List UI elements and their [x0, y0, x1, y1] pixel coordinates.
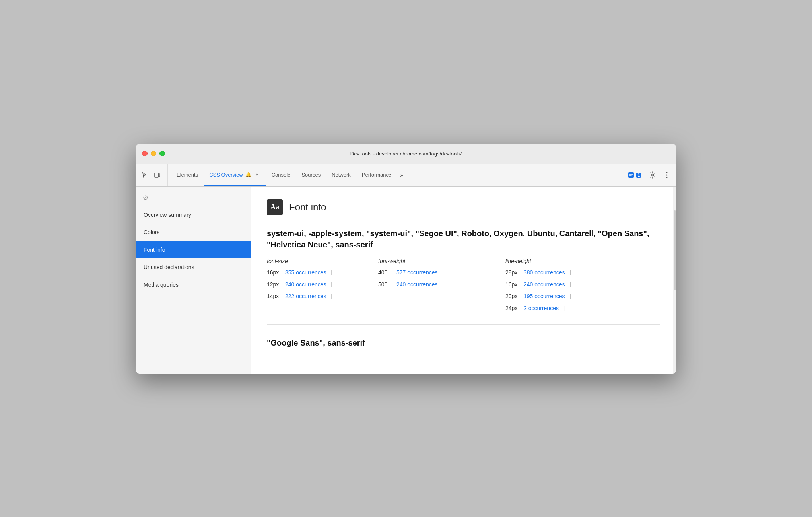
sidebar-icon-row: ⊘	[136, 190, 251, 206]
font-row-3: 14px 222 occurrences | 20px 195 occurren…	[267, 293, 660, 299]
font-size-cell-2: 12px 240 occurrences |	[267, 281, 378, 288]
line-height-bar-2[interactable]: |	[569, 282, 572, 287]
tab-performance[interactable]: Performance	[356, 164, 397, 186]
font-size-occurrences-1[interactable]: 355 occurrences	[285, 269, 326, 276]
warning-icon: 🔔	[245, 171, 252, 178]
settings-button[interactable]	[646, 169, 659, 181]
line-height-bar-4[interactable]: |	[563, 305, 565, 311]
tab-elements[interactable]: Elements	[171, 164, 204, 186]
svg-rect-2	[628, 172, 634, 178]
tab-css-overview[interactable]: CSS Overview 🔔 ✕	[204, 164, 266, 186]
font-size-value-1: 16px	[267, 269, 281, 276]
tab-console[interactable]: Console	[266, 164, 296, 186]
device-icon[interactable]	[152, 169, 163, 181]
font-row-1: 16px 355 occurrences | 400 577 occurrenc…	[267, 269, 660, 276]
sidebar-item-media-queries[interactable]: Media queries	[136, 276, 251, 293]
font-weight-value-2: 500	[378, 281, 392, 288]
svg-point-3	[652, 174, 654, 176]
line-height-value-4: 24px	[505, 305, 520, 311]
font-size-value-2: 12px	[267, 281, 281, 288]
window-title: DevTools - developer.chrome.com/tags/dev…	[350, 151, 462, 157]
font-size-bar-2[interactable]: |	[330, 282, 333, 287]
close-button[interactable]	[142, 151, 148, 156]
line-height-cell-3: 20px 195 occurrences |	[505, 293, 633, 299]
more-options-button[interactable]	[660, 169, 673, 181]
cursor-icon[interactable]	[139, 169, 150, 181]
main-content: ⊘ Overview summary Colors Font info Unus…	[136, 187, 676, 374]
font-weight-occurrences-1[interactable]: 577 occurrences	[396, 269, 438, 276]
font-separator	[267, 324, 660, 325]
font-size-cell-1: 16px 355 occurrences |	[267, 269, 378, 276]
minimize-button[interactable]	[151, 151, 156, 156]
scrollbar-thumb[interactable]	[674, 210, 676, 290]
line-height-cell-4: 24px 2 occurrences |	[505, 305, 633, 311]
col-header-font-size: font-size	[267, 258, 378, 264]
font-weight-occurrences-2[interactable]: 240 occurrences	[396, 281, 438, 288]
content-area: Aa Font info system-ui, -apple-system, "…	[251, 187, 676, 374]
line-height-value-3: 20px	[505, 293, 520, 299]
notifications-button[interactable]: 1	[625, 169, 645, 181]
font-row-2: 12px 240 occurrences | 500 240 occurrenc…	[267, 281, 660, 288]
font-family-system-ui: system-ui, -apple-system, "system-ui", "…	[267, 228, 660, 311]
font-weight-bar-1[interactable]: |	[442, 270, 445, 275]
line-height-bar-1[interactable]: |	[569, 270, 572, 275]
font-weight-value-1: 400	[378, 269, 392, 276]
font-size-bar-1[interactable]: |	[330, 270, 333, 275]
font-weight-cell-1: 400 577 occurrences |	[378, 269, 505, 276]
font-row-4: 24px 2 occurrences |	[267, 305, 660, 311]
font-family-name: system-ui, -apple-system, "system-ui", "…	[267, 228, 660, 250]
section-title: Font info	[289, 202, 326, 213]
scrollbar-track[interactable]	[673, 187, 676, 374]
devtools-window: DevTools - developer.chrome.com/tags/dev…	[136, 144, 676, 374]
svg-point-4	[666, 172, 668, 173]
col-header-font-weight: font-weight	[378, 258, 505, 264]
font-size-cell-3: 14px 222 occurrences |	[267, 293, 378, 299]
font-icon: Aa	[267, 199, 283, 215]
tab-network[interactable]: Network	[326, 164, 356, 186]
tab-close-button[interactable]: ✕	[254, 171, 260, 178]
sidebar: ⊘ Overview summary Colors Font info Unus…	[136, 187, 251, 374]
font-table-header: font-size font-weight line-height	[267, 258, 660, 264]
tab-actions: 1	[625, 164, 673, 186]
notification-badge: 1	[636, 173, 641, 178]
tab-sources[interactable]: Sources	[296, 164, 326, 186]
maximize-button[interactable]	[159, 151, 165, 156]
line-height-occurrences-3[interactable]: 195 occurrences	[524, 293, 565, 299]
more-tabs-button[interactable]: »	[397, 164, 406, 186]
svg-rect-0	[155, 173, 158, 177]
titlebar: DevTools - developer.chrome.com/tags/dev…	[136, 144, 676, 164]
devtools-icons	[139, 164, 168, 186]
sidebar-item-font-info[interactable]: Font info	[136, 241, 251, 258]
tabsbar: Elements CSS Overview 🔔 ✕ Console Source…	[136, 164, 676, 187]
line-height-value-1: 28px	[505, 269, 520, 276]
line-height-occurrences-4[interactable]: 2 occurrences	[524, 305, 559, 311]
section-header: Aa Font info	[267, 199, 660, 215]
line-height-bar-3[interactable]: |	[569, 293, 572, 299]
font-size-value-3: 14px	[267, 293, 281, 299]
font-weight-cell-2: 500 240 occurrences |	[378, 281, 505, 288]
font-family-google-sans: "Google Sans", sans-serif	[267, 337, 660, 348]
sidebar-item-unused-declarations[interactable]: Unused declarations	[136, 258, 251, 276]
line-height-value-2: 16px	[505, 281, 520, 288]
line-height-occurrences-2[interactable]: 240 occurrences	[524, 281, 565, 288]
svg-point-6	[666, 177, 668, 178]
font-size-occurrences-3[interactable]: 222 occurrences	[285, 293, 326, 299]
svg-point-5	[666, 175, 668, 176]
line-height-occurrences-1[interactable]: 380 occurrences	[524, 269, 565, 276]
col-header-line-height: line-height	[505, 258, 633, 264]
font-family-name-2: "Google Sans", sans-serif	[267, 337, 660, 348]
traffic-lights	[142, 151, 165, 156]
line-height-cell-2: 16px 240 occurrences |	[505, 281, 633, 288]
line-height-cell-1: 28px 380 occurrences |	[505, 269, 633, 276]
font-weight-bar-2[interactable]: |	[442, 282, 445, 287]
sidebar-item-overview-summary[interactable]: Overview summary	[136, 206, 251, 224]
sidebar-item-colors[interactable]: Colors	[136, 224, 251, 241]
font-size-occurrences-2[interactable]: 240 occurrences	[285, 281, 326, 288]
no-entry-icon: ⊘	[140, 193, 150, 202]
font-size-bar-3[interactable]: |	[330, 293, 333, 299]
